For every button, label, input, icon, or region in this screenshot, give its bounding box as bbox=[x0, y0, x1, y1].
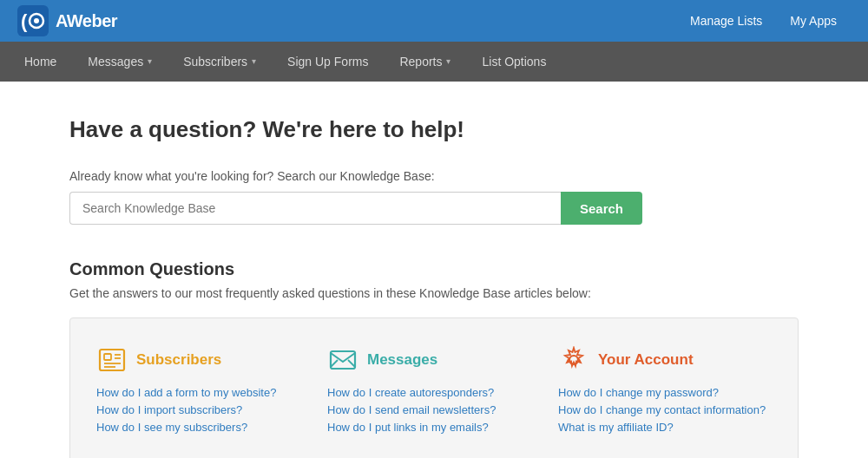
common-questions-title: Common Questions bbox=[69, 259, 799, 279]
messages-icon bbox=[327, 344, 358, 376]
account-icon bbox=[558, 344, 589, 376]
svg-text:(: ( bbox=[21, 10, 28, 32]
messages-card-title: Messages bbox=[367, 351, 437, 369]
card-account: Your Account How do I change my password… bbox=[558, 344, 772, 438]
manage-lists-link[interactable]: Manage Lists bbox=[676, 0, 776, 42]
subscribers-link-1[interactable]: How do I import subscribers? bbox=[96, 403, 310, 416]
account-link-1[interactable]: How do I change my contact information? bbox=[558, 403, 772, 416]
card-messages-header: Messages bbox=[327, 344, 541, 376]
subscribers-icon bbox=[96, 344, 128, 376]
svg-rect-10 bbox=[331, 351, 355, 369]
account-link-0[interactable]: How do I change my password? bbox=[558, 386, 772, 399]
reports-chevron-icon: ▾ bbox=[446, 42, 450, 82]
svg-line-11 bbox=[331, 360, 338, 367]
nav-reports[interactable]: Reports ▾ bbox=[384, 42, 466, 82]
messages-link-2[interactable]: How do I put links in my emails? bbox=[327, 421, 541, 434]
common-questions-subtitle: Get the answers to our most frequently a… bbox=[69, 286, 799, 300]
nav-signup-forms[interactable]: Sign Up Forms bbox=[272, 42, 384, 82]
search-label: Already know what you're looking for? Se… bbox=[69, 169, 799, 183]
search-input[interactable] bbox=[69, 192, 561, 225]
search-row: Search bbox=[69, 192, 642, 225]
nav-subscribers[interactable]: Subscribers ▾ bbox=[168, 42, 272, 82]
messages-chevron-icon: ▾ bbox=[148, 42, 152, 82]
nav-list-options[interactable]: List Options bbox=[466, 42, 562, 82]
messages-link-1[interactable]: How do I send email newsletters? bbox=[327, 403, 541, 416]
top-bar: ( AWeber Manage Lists My Apps bbox=[0, 0, 868, 42]
search-button[interactable]: Search bbox=[561, 192, 642, 225]
account-link-2[interactable]: What is my affiliate ID? bbox=[558, 421, 772, 434]
page-headline: Have a question? We're here to help! bbox=[69, 116, 799, 143]
secondary-nav: Home Messages ▾ Subscribers ▾ Sign Up Fo… bbox=[0, 42, 868, 82]
logo-text: AWeber bbox=[56, 11, 117, 31]
card-messages: Messages How do I create autoresponders?… bbox=[327, 344, 541, 438]
cards-area: Subscribers How do I add a form to my we… bbox=[69, 317, 799, 458]
logo-area: ( AWeber bbox=[17, 5, 117, 36]
messages-link-0[interactable]: How do I create autoresponders? bbox=[327, 386, 541, 399]
svg-line-12 bbox=[348, 360, 355, 367]
top-bar-links: Manage Lists My Apps bbox=[676, 0, 851, 42]
account-card-title: Your Account bbox=[598, 351, 694, 369]
card-subscribers-header: Subscribers bbox=[96, 344, 310, 376]
nav-home[interactable]: Home bbox=[9, 42, 72, 82]
svg-rect-5 bbox=[104, 354, 111, 360]
aweber-logo-icon: ( bbox=[17, 5, 49, 36]
my-apps-link[interactable]: My Apps bbox=[776, 0, 851, 42]
subscribers-chevron-icon: ▾ bbox=[252, 42, 256, 82]
svg-point-3 bbox=[34, 18, 39, 23]
card-subscribers: Subscribers How do I add a form to my we… bbox=[96, 344, 310, 438]
nav-messages[interactable]: Messages ▾ bbox=[72, 42, 168, 82]
main-content: Have a question? We're here to help! Alr… bbox=[43, 82, 825, 458]
subscribers-card-title: Subscribers bbox=[136, 351, 221, 369]
card-account-header: Your Account bbox=[558, 344, 772, 376]
subscribers-link-0[interactable]: How do I add a form to my website? bbox=[96, 386, 310, 399]
subscribers-link-2[interactable]: How do I see my subscribers? bbox=[96, 421, 310, 434]
